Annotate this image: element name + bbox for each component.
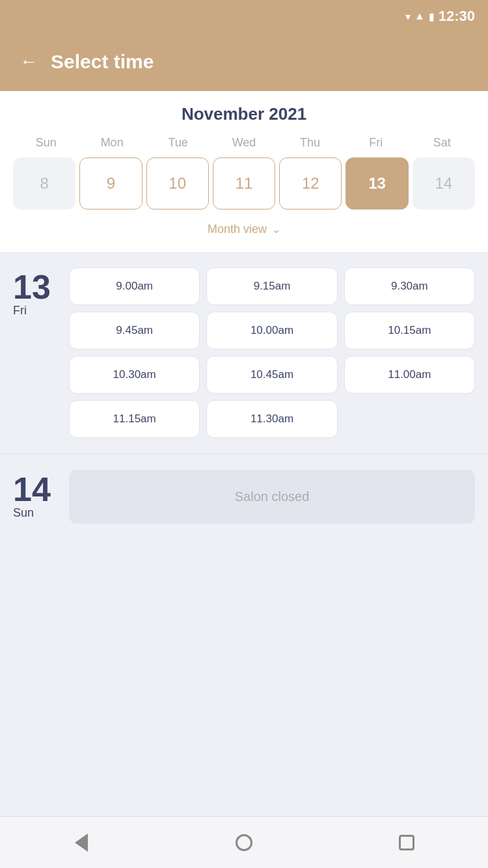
weekday-sat: Sat xyxy=(409,136,475,150)
slot-945am[interactable]: 9.45am xyxy=(69,312,200,349)
month-view-toggle[interactable]: Month view ⌄ xyxy=(13,219,475,245)
nav-back-button[interactable] xyxy=(62,823,101,862)
slot-1030am[interactable]: 10.30am xyxy=(69,356,200,394)
wifi-icon: ▾ xyxy=(405,10,411,23)
back-triangle-icon xyxy=(75,834,88,852)
nav-bar xyxy=(0,816,488,868)
weekday-tue: Tue xyxy=(145,136,211,150)
weekday-sun: Sun xyxy=(13,136,79,150)
day-number-13: 13 xyxy=(13,270,51,304)
nav-recents-button[interactable] xyxy=(387,823,426,862)
status-time: 12:30 xyxy=(439,8,475,25)
date-cell-13[interactable]: 13 xyxy=(346,157,408,210)
battery-icon: ▮ xyxy=(429,10,435,23)
day-name-13: Fri xyxy=(13,304,27,318)
day-label-13: 13 Fri xyxy=(13,267,59,318)
month-year-label: November 2021 xyxy=(13,104,475,124)
slot-930am[interactable]: 9.30am xyxy=(344,267,475,305)
day-name-14: Sun xyxy=(13,506,34,520)
chevron-down-icon: ⌄ xyxy=(272,223,280,236)
nav-home-button[interactable] xyxy=(224,823,264,862)
date-cell-14[interactable]: 14 xyxy=(413,157,475,210)
weekday-row: Sun Mon Tue Wed Thu Fri Sat xyxy=(13,136,475,150)
dates-row: 8 9 10 11 12 13 14 xyxy=(13,157,475,210)
weekday-mon: Mon xyxy=(79,136,144,150)
weekday-thu: Thu xyxy=(277,136,343,150)
date-cell-9[interactable]: 9 xyxy=(79,157,142,210)
day-number-14: 14 xyxy=(13,472,51,506)
salon-closed-label: Salon closed xyxy=(69,470,475,524)
slot-915am[interactable]: 9.15am xyxy=(206,267,337,305)
signal-icon: ▲ xyxy=(414,10,425,22)
back-button[interactable]: ← xyxy=(20,53,38,71)
date-cell-8[interactable]: 8 xyxy=(13,157,75,210)
slot-1015am[interactable]: 10.15am xyxy=(344,312,475,349)
slots-section: 13 Fri 9.00am 9.15am 9.30am 9.45am 10.00… xyxy=(0,252,488,816)
weekday-wed: Wed xyxy=(211,136,277,150)
slot-1045am[interactable]: 10.45am xyxy=(206,356,337,394)
page-title: Select time xyxy=(51,51,154,73)
slots-grid-13: 9.00am 9.15am 9.30am 9.45am 10.00am 10.1… xyxy=(69,267,475,438)
date-cell-11[interactable]: 11 xyxy=(213,157,275,210)
day-block-13: 13 Fri 9.00am 9.15am 9.30am 9.45am 10.00… xyxy=(0,252,488,454)
slot-1000am[interactable]: 10.00am xyxy=(206,312,337,349)
slot-1130am[interactable]: 11.30am xyxy=(206,400,337,438)
date-cell-10[interactable]: 10 xyxy=(146,157,209,210)
slot-1115am[interactable]: 11.15am xyxy=(69,400,200,438)
calendar-section: November 2021 Sun Mon Tue Wed Thu Fri Sa… xyxy=(0,91,488,252)
slot-900am[interactable]: 9.00am xyxy=(69,267,200,305)
status-bar: ▾ ▲ ▮ 12:30 xyxy=(0,0,488,33)
day-label-14: 14 Sun xyxy=(13,470,59,520)
date-cell-12[interactable]: 12 xyxy=(279,157,342,210)
month-view-label: Month view xyxy=(208,223,267,236)
slot-1100am[interactable]: 11.00am xyxy=(344,356,475,394)
recents-square-icon xyxy=(399,835,414,850)
day-block-14: 14 Sun Salon closed xyxy=(0,454,488,539)
home-circle-icon xyxy=(236,834,252,851)
status-icons: ▾ ▲ ▮ 12:30 xyxy=(405,8,475,25)
weekday-fri: Fri xyxy=(343,136,409,150)
header: ← Select time xyxy=(0,33,488,91)
